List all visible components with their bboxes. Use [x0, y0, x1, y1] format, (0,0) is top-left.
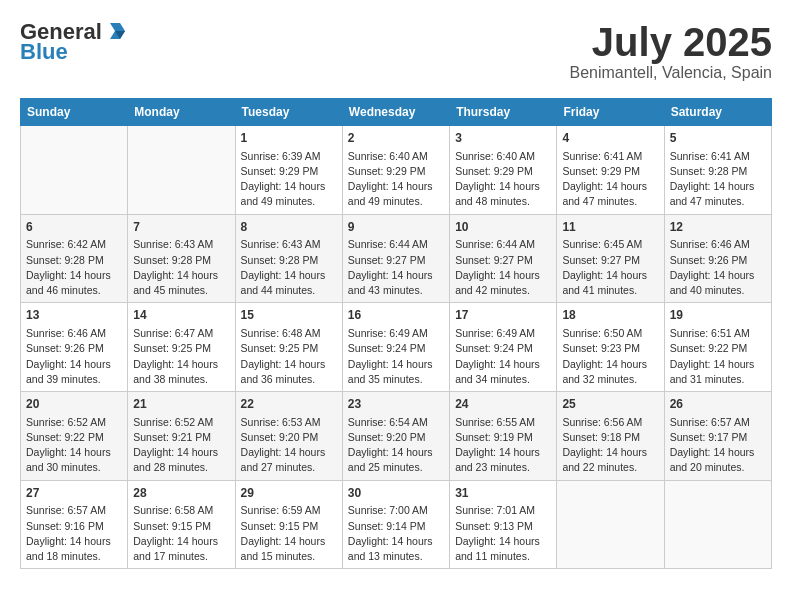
calendar-header-row: SundayMondayTuesdayWednesdayThursdayFrid…	[21, 99, 772, 126]
calendar-cell: 12Sunrise: 6:46 AM Sunset: 9:26 PM Dayli…	[664, 214, 771, 303]
day-number: 29	[241, 485, 337, 502]
calendar-cell: 9Sunrise: 6:44 AM Sunset: 9:27 PM Daylig…	[342, 214, 449, 303]
calendar-header-friday: Friday	[557, 99, 664, 126]
day-number: 6	[26, 219, 122, 236]
calendar: SundayMondayTuesdayWednesdayThursdayFrid…	[20, 98, 772, 569]
calendar-cell: 4Sunrise: 6:41 AM Sunset: 9:29 PM Daylig…	[557, 126, 664, 215]
calendar-cell: 19Sunrise: 6:51 AM Sunset: 9:22 PM Dayli…	[664, 303, 771, 392]
calendar-cell: 25Sunrise: 6:56 AM Sunset: 9:18 PM Dayli…	[557, 392, 664, 481]
day-info: Sunrise: 6:43 AM Sunset: 9:28 PM Dayligh…	[241, 237, 337, 298]
day-info: Sunrise: 6:45 AM Sunset: 9:27 PM Dayligh…	[562, 237, 658, 298]
day-info: Sunrise: 6:55 AM Sunset: 9:19 PM Dayligh…	[455, 415, 551, 476]
calendar-cell: 18Sunrise: 6:50 AM Sunset: 9:23 PM Dayli…	[557, 303, 664, 392]
day-info: Sunrise: 6:52 AM Sunset: 9:22 PM Dayligh…	[26, 415, 122, 476]
calendar-cell: 27Sunrise: 6:57 AM Sunset: 9:16 PM Dayli…	[21, 480, 128, 569]
title-block: July 2025 Benimantell, Valencia, Spain	[570, 20, 773, 82]
day-info: Sunrise: 6:46 AM Sunset: 9:26 PM Dayligh…	[670, 237, 766, 298]
day-info: Sunrise: 6:50 AM Sunset: 9:23 PM Dayligh…	[562, 326, 658, 387]
calendar-cell: 8Sunrise: 6:43 AM Sunset: 9:28 PM Daylig…	[235, 214, 342, 303]
calendar-cell: 23Sunrise: 6:54 AM Sunset: 9:20 PM Dayli…	[342, 392, 449, 481]
day-number: 8	[241, 219, 337, 236]
day-number: 15	[241, 307, 337, 324]
day-number: 21	[133, 396, 229, 413]
day-number: 10	[455, 219, 551, 236]
day-number: 1	[241, 130, 337, 147]
day-info: Sunrise: 6:59 AM Sunset: 9:15 PM Dayligh…	[241, 503, 337, 564]
day-number: 13	[26, 307, 122, 324]
day-info: Sunrise: 6:41 AM Sunset: 9:28 PM Dayligh…	[670, 149, 766, 210]
day-number: 9	[348, 219, 444, 236]
day-info: Sunrise: 6:58 AM Sunset: 9:15 PM Dayligh…	[133, 503, 229, 564]
day-info: Sunrise: 6:53 AM Sunset: 9:20 PM Dayligh…	[241, 415, 337, 476]
day-number: 7	[133, 219, 229, 236]
day-number: 25	[562, 396, 658, 413]
day-info: Sunrise: 6:47 AM Sunset: 9:25 PM Dayligh…	[133, 326, 229, 387]
calendar-header-tuesday: Tuesday	[235, 99, 342, 126]
calendar-week-row: 13Sunrise: 6:46 AM Sunset: 9:26 PM Dayli…	[21, 303, 772, 392]
calendar-cell: 14Sunrise: 6:47 AM Sunset: 9:25 PM Dayli…	[128, 303, 235, 392]
day-number: 24	[455, 396, 551, 413]
day-number: 17	[455, 307, 551, 324]
day-info: Sunrise: 6:48 AM Sunset: 9:25 PM Dayligh…	[241, 326, 337, 387]
day-info: Sunrise: 6:57 AM Sunset: 9:16 PM Dayligh…	[26, 503, 122, 564]
calendar-cell: 1Sunrise: 6:39 AM Sunset: 9:29 PM Daylig…	[235, 126, 342, 215]
day-number: 28	[133, 485, 229, 502]
day-number: 23	[348, 396, 444, 413]
calendar-cell: 31Sunrise: 7:01 AM Sunset: 9:13 PM Dayli…	[450, 480, 557, 569]
day-info: Sunrise: 6:51 AM Sunset: 9:22 PM Dayligh…	[670, 326, 766, 387]
day-info: Sunrise: 6:40 AM Sunset: 9:29 PM Dayligh…	[455, 149, 551, 210]
calendar-cell: 24Sunrise: 6:55 AM Sunset: 9:19 PM Dayli…	[450, 392, 557, 481]
day-number: 14	[133, 307, 229, 324]
day-number: 11	[562, 219, 658, 236]
calendar-cell: 5Sunrise: 6:41 AM Sunset: 9:28 PM Daylig…	[664, 126, 771, 215]
calendar-cell: 26Sunrise: 6:57 AM Sunset: 9:17 PM Dayli…	[664, 392, 771, 481]
day-number: 5	[670, 130, 766, 147]
calendar-cell: 22Sunrise: 6:53 AM Sunset: 9:20 PM Dayli…	[235, 392, 342, 481]
calendar-week-row: 27Sunrise: 6:57 AM Sunset: 9:16 PM Dayli…	[21, 480, 772, 569]
calendar-cell: 17Sunrise: 6:49 AM Sunset: 9:24 PM Dayli…	[450, 303, 557, 392]
calendar-header-wednesday: Wednesday	[342, 99, 449, 126]
day-number: 27	[26, 485, 122, 502]
calendar-header-monday: Monday	[128, 99, 235, 126]
calendar-cell: 30Sunrise: 7:00 AM Sunset: 9:14 PM Dayli…	[342, 480, 449, 569]
calendar-week-row: 1Sunrise: 6:39 AM Sunset: 9:29 PM Daylig…	[21, 126, 772, 215]
day-info: Sunrise: 7:00 AM Sunset: 9:14 PM Dayligh…	[348, 503, 444, 564]
calendar-cell	[557, 480, 664, 569]
day-info: Sunrise: 6:43 AM Sunset: 9:28 PM Dayligh…	[133, 237, 229, 298]
calendar-cell: 21Sunrise: 6:52 AM Sunset: 9:21 PM Dayli…	[128, 392, 235, 481]
day-number: 2	[348, 130, 444, 147]
day-number: 31	[455, 485, 551, 502]
logo: General Blue	[20, 20, 128, 64]
calendar-header-sunday: Sunday	[21, 99, 128, 126]
calendar-cell: 13Sunrise: 6:46 AM Sunset: 9:26 PM Dayli…	[21, 303, 128, 392]
calendar-cell	[664, 480, 771, 569]
calendar-cell	[128, 126, 235, 215]
calendar-cell: 15Sunrise: 6:48 AM Sunset: 9:25 PM Dayli…	[235, 303, 342, 392]
day-info: Sunrise: 7:01 AM Sunset: 9:13 PM Dayligh…	[455, 503, 551, 564]
day-number: 3	[455, 130, 551, 147]
day-info: Sunrise: 6:49 AM Sunset: 9:24 PM Dayligh…	[348, 326, 444, 387]
calendar-cell: 29Sunrise: 6:59 AM Sunset: 9:15 PM Dayli…	[235, 480, 342, 569]
day-number: 20	[26, 396, 122, 413]
page-title: July 2025	[570, 20, 773, 64]
calendar-header-saturday: Saturday	[664, 99, 771, 126]
calendar-cell: 11Sunrise: 6:45 AM Sunset: 9:27 PM Dayli…	[557, 214, 664, 303]
day-number: 16	[348, 307, 444, 324]
day-info: Sunrise: 6:46 AM Sunset: 9:26 PM Dayligh…	[26, 326, 122, 387]
day-info: Sunrise: 6:40 AM Sunset: 9:29 PM Dayligh…	[348, 149, 444, 210]
day-info: Sunrise: 6:44 AM Sunset: 9:27 PM Dayligh…	[348, 237, 444, 298]
calendar-week-row: 6Sunrise: 6:42 AM Sunset: 9:28 PM Daylig…	[21, 214, 772, 303]
day-info: Sunrise: 6:41 AM Sunset: 9:29 PM Dayligh…	[562, 149, 658, 210]
day-info: Sunrise: 6:39 AM Sunset: 9:29 PM Dayligh…	[241, 149, 337, 210]
day-number: 19	[670, 307, 766, 324]
day-number: 30	[348, 485, 444, 502]
day-number: 26	[670, 396, 766, 413]
day-number: 12	[670, 219, 766, 236]
day-info: Sunrise: 6:44 AM Sunset: 9:27 PM Dayligh…	[455, 237, 551, 298]
day-info: Sunrise: 6:56 AM Sunset: 9:18 PM Dayligh…	[562, 415, 658, 476]
calendar-cell: 6Sunrise: 6:42 AM Sunset: 9:28 PM Daylig…	[21, 214, 128, 303]
day-info: Sunrise: 6:49 AM Sunset: 9:24 PM Dayligh…	[455, 326, 551, 387]
calendar-cell: 10Sunrise: 6:44 AM Sunset: 9:27 PM Dayli…	[450, 214, 557, 303]
page-subtitle: Benimantell, Valencia, Spain	[570, 64, 773, 82]
calendar-cell: 2Sunrise: 6:40 AM Sunset: 9:29 PM Daylig…	[342, 126, 449, 215]
